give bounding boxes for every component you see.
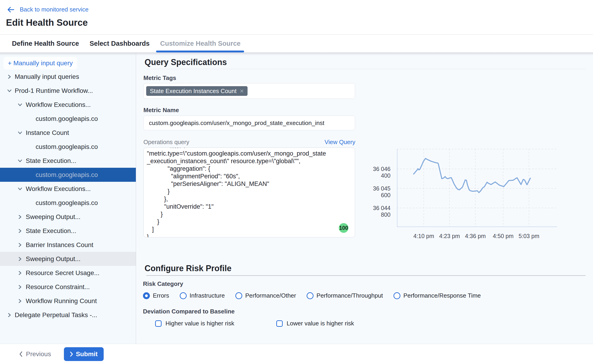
metric-chart-svg xyxy=(397,149,557,227)
tab-customize-health-source[interactable]: Customize Health Source xyxy=(160,35,241,52)
deviation-option-lower-value-is-higher-risk[interactable]: Lower value is higher risk xyxy=(276,320,354,327)
tree-item-delegate-perpetual-tasks[interactable]: Delegate Perpetual Tasks -... xyxy=(0,308,136,322)
tree-item-label: Resource Secret Usage... xyxy=(26,269,99,277)
risk-option-label: Performance/Other xyxy=(245,292,296,299)
tree-item-label: Instance Count xyxy=(26,129,69,136)
risk-option-label: Performance/Response Time xyxy=(403,292,481,299)
tree-item-label: custom.googleapis.co xyxy=(36,199,98,207)
view-query-link[interactable]: View Query xyxy=(325,139,355,146)
manually-input-query-button[interactable]: + Manually input query xyxy=(4,57,77,69)
tree-item-label: custom.googleapis.co xyxy=(36,171,98,179)
risk-option-performance-response-time[interactable]: Performance/Response Time xyxy=(393,292,481,299)
metrics-tree: Manually input queriesProd-1 Runtime Wor… xyxy=(0,70,136,322)
risk-option-performance-throughput[interactable]: Performance/Throughput xyxy=(307,292,383,299)
tree-item-workflow-executions[interactable]: Workflow Executions... xyxy=(0,182,136,196)
chevron-right-icon xyxy=(18,214,23,220)
risk-option-infrastructure[interactable]: Infrastructure xyxy=(180,292,225,299)
tree-item-custom-googleapis-co[interactable]: custom.googleapis.co xyxy=(0,112,136,126)
tree-item-label: Workflow Executions... xyxy=(26,101,91,109)
submit-button[interactable]: Submit xyxy=(64,347,104,361)
tree-item-label: Manually input queries xyxy=(15,73,79,80)
chevron-down-icon xyxy=(18,158,23,163)
x-axis-label: 4:36 pm xyxy=(462,233,489,240)
tree-item-resource-constraint[interactable]: Resource Constraint... xyxy=(0,280,136,294)
tree-item-sweeping-output[interactable]: Sweeping Output... xyxy=(0,210,136,224)
chevron-right-icon xyxy=(18,299,23,304)
tab-select-dashboards[interactable]: Select Dashboards xyxy=(89,35,150,52)
page-title: Edit Health Source xyxy=(6,18,88,28)
section-divider xyxy=(146,275,586,276)
previous-button-label: Previous xyxy=(26,351,51,358)
tree-item-custom-googleapis-co[interactable]: custom.googleapis.co xyxy=(0,140,136,154)
tree-item-workflow-running-count[interactable]: Workflow Running Count xyxy=(0,294,136,308)
query-line: } xyxy=(147,233,352,237)
query-line: "alignmentPeriod": "60s", xyxy=(147,173,352,180)
metric-tags-input[interactable]: State Execution Instances Count × xyxy=(143,83,355,99)
checkbox-icon[interactable] xyxy=(276,320,283,327)
y-axis-label: 36 044 800 xyxy=(362,205,391,218)
tree-item-label: State Execution... xyxy=(26,227,76,235)
radio-selected-icon[interactable] xyxy=(143,292,150,299)
operations-query-label: Operations query xyxy=(143,139,189,146)
query-line: "perSeriesAligner": "ALIGN_MEAN" xyxy=(147,180,352,188)
tree-item-sweeping-output[interactable]: Sweeping Output... xyxy=(0,252,136,266)
x-axis-label: 4:23 pm xyxy=(436,233,463,240)
chevron-left-icon xyxy=(19,351,23,357)
metrics-sidebar: + Manually input query Manually input qu… xyxy=(0,52,136,344)
metric-tag-chip: State Execution Instances Count × xyxy=(146,86,248,96)
query-line: "aggregation": { xyxy=(147,165,352,173)
chevron-right-icon xyxy=(7,312,12,318)
submit-button-label: Submit xyxy=(76,351,98,358)
radio-icon[interactable] xyxy=(235,292,242,299)
risk-option-performance-other[interactable]: Performance/Other xyxy=(235,292,296,299)
tree-item-manually-input-queries[interactable]: Manually input queries xyxy=(0,70,136,84)
metric-tags-label: Metric Tags xyxy=(143,74,176,82)
x-axis-label: 4:50 pm xyxy=(489,233,517,240)
tree-item-label: Prod-1 Runtime Workflow... xyxy=(15,87,93,94)
content-area: + Manually input query Manually input qu… xyxy=(0,52,593,344)
remove-tag-icon[interactable]: × xyxy=(240,88,244,94)
chevron-right-icon xyxy=(18,256,23,261)
risk-category-radio-group: ErrorsInfrastructurePerformance/OtherPer… xyxy=(143,292,481,299)
tree-item-custom-googleapis-co[interactable]: custom.googleapis.co xyxy=(0,168,136,182)
checkbox-icon[interactable] xyxy=(155,320,162,327)
tree-item-state-execution[interactable]: State Execution... xyxy=(0,154,136,168)
wizard-tabbar: Define Health SourceSelect DashboardsCus… xyxy=(0,34,593,52)
query-specifications-title: Query Specifications xyxy=(144,58,227,67)
risk-option-label: Performance/Throughput xyxy=(317,292,383,299)
tree-item-state-execution[interactable]: State Execution... xyxy=(0,224,136,238)
back-to-monitored-service-link[interactable]: Back to monitored service xyxy=(7,6,89,13)
query-clipped-line: "filter": xyxy=(147,148,352,150)
tree-item-label: Resource Constraint... xyxy=(26,283,90,291)
deviation-option-higher-value-is-higher-risk[interactable]: Higher value is higher risk xyxy=(155,320,234,327)
tree-item-instance-count[interactable]: Instance Count xyxy=(0,126,136,140)
risk-option-label: Errors xyxy=(153,292,169,299)
tree-item-resource-secret-usage[interactable]: Resource Secret Usage... xyxy=(0,266,136,280)
tree-item-label: Delegate Perpetual Tasks -... xyxy=(15,311,97,319)
deviation-option-label: Higher value is higher risk xyxy=(165,320,234,327)
risk-option-errors[interactable]: Errors xyxy=(143,292,169,299)
metric-name-input[interactable]: custom.googleapis.com/user/x_mongo_prod_… xyxy=(143,116,355,130)
tree-item-label: Sweeping Output... xyxy=(26,255,80,263)
chevron-right-icon xyxy=(18,271,23,275)
edit-health-source-page: Back to monitored service Edit Health So… xyxy=(0,0,593,364)
tree-item-label: Barrier Instances Count xyxy=(26,241,93,249)
x-axis-label: 5:03 pm xyxy=(515,233,543,240)
radio-icon[interactable] xyxy=(393,292,400,299)
previous-button[interactable]: Previous xyxy=(19,351,51,358)
operations-query-editor[interactable]: "filter":"metric.type=\"custom.googleapi… xyxy=(143,148,355,237)
tab-define-health-source[interactable]: Define Health Source xyxy=(12,35,79,52)
tree-item-prod-1-runtime-workflow[interactable]: Prod-1 Runtime Workflow... xyxy=(0,84,136,98)
query-line: } xyxy=(147,188,352,195)
query-line: } xyxy=(147,210,352,218)
metric-name-label: Metric Name xyxy=(143,107,179,114)
query-line: _execution_instances_count\" resource.ty… xyxy=(147,157,352,165)
radio-icon[interactable] xyxy=(180,292,187,299)
chevron-right-icon xyxy=(18,228,23,234)
chevron-down-icon xyxy=(18,102,23,107)
tree-item-barrier-instances-count[interactable]: Barrier Instances Count xyxy=(0,238,136,252)
tree-item-custom-googleapis-co[interactable]: custom.googleapis.co xyxy=(0,196,136,210)
radio-icon[interactable] xyxy=(307,292,313,299)
query-line: "filter": xyxy=(147,148,352,150)
tree-item-workflow-executions[interactable]: Workflow Executions... xyxy=(0,98,136,112)
